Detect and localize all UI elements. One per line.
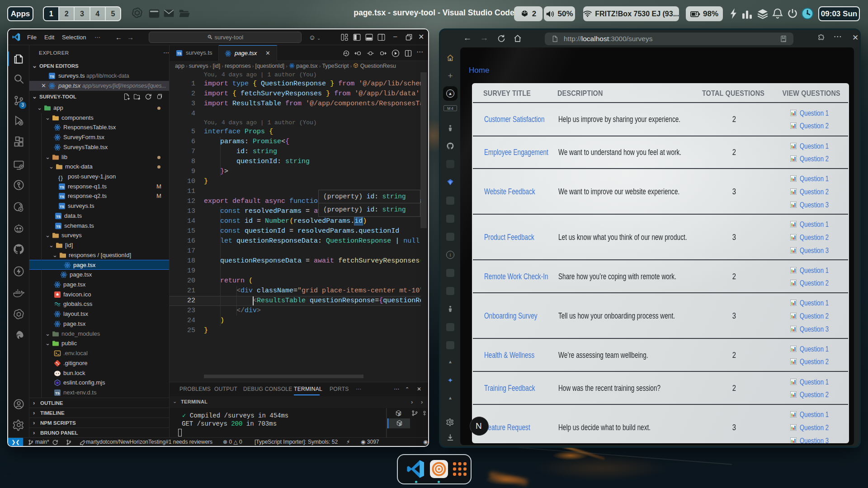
svg-text:TS: TS bbox=[56, 225, 61, 229]
svg-text:TS: TS bbox=[177, 52, 182, 56]
svg-text:TS: TS bbox=[50, 75, 55, 79]
svg-text:TS: TS bbox=[55, 391, 60, 395]
svg-text:1: 1 bbox=[399, 413, 400, 416]
svg-text:TS: TS bbox=[56, 215, 61, 219]
svg-text:TS: TS bbox=[60, 205, 65, 209]
svg-text:1: 1 bbox=[400, 423, 401, 426]
svg-text:TS: TS bbox=[60, 195, 65, 199]
svg-text:TS: TS bbox=[60, 185, 65, 189]
